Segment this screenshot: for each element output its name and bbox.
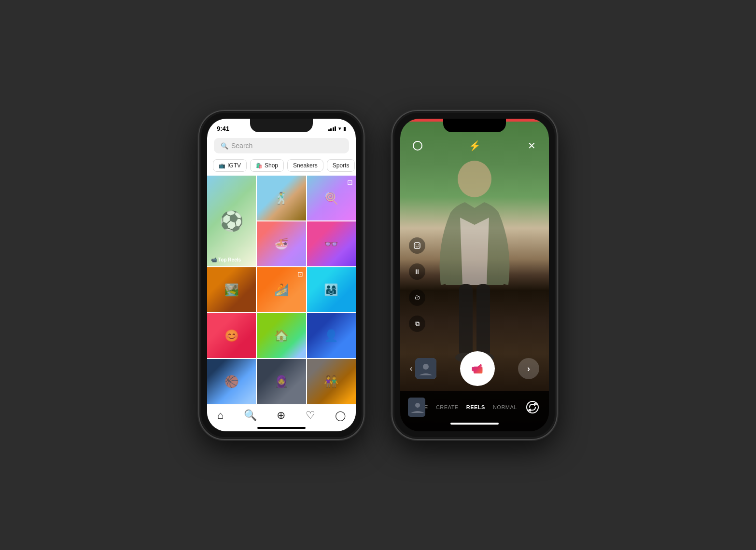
category-igtv[interactable]: 📺 IGTV <box>213 159 247 172</box>
cell-content: 🕺 <box>257 176 306 220</box>
cell-content: 🏞️ <box>207 267 256 312</box>
search-bar[interactable]: 🔍 Search <box>214 138 349 153</box>
cell-content: 👨‍👩‍👧 <box>307 267 356 312</box>
next-button[interactable]: › <box>518 358 539 379</box>
svg-point-8 <box>418 245 419 246</box>
grid-cell-friends[interactable]: 😊 <box>207 313 256 358</box>
camera-left-tools: ⏸ ⏱ ⧉ <box>409 237 425 332</box>
igtv-label: IGTV <box>227 162 241 169</box>
flip-camera-icon <box>526 400 539 414</box>
category-sports[interactable]: Sports <box>327 159 355 172</box>
grid-cell-house[interactable]: 🏠 <box>257 313 306 358</box>
mode-reels[interactable]: REELS <box>466 404 485 410</box>
grid-cell-shadows[interactable]: 🏀 <box>207 359 256 404</box>
add-nav-icon[interactable]: ⊕ <box>277 409 285 422</box>
notch <box>250 119 313 132</box>
gallery-area: ‹ <box>410 358 436 379</box>
status-time: 9:41 <box>217 125 229 132</box>
cell-content: ⚽ <box>207 176 256 266</box>
back-chevron[interactable]: ‹ <box>410 364 412 373</box>
home-indicator <box>257 427 306 429</box>
mode-normal[interactable]: NORMAL <box>493 404 517 410</box>
layout-btn[interactable]: ⧉ <box>409 316 425 332</box>
mode-selector: VE CREATE REELS NORMAL B <box>400 391 549 431</box>
phone-screen: 9:41 ▾ ▮ <box>207 119 356 431</box>
camera-mode-icon <box>412 140 423 151</box>
mode-live[interactable]: VE <box>425 404 428 410</box>
explore-screen: 9:41 ▾ ▮ <box>207 119 356 431</box>
wifi-icon: ▾ <box>338 126 341 131</box>
next-area: › <box>518 358 539 379</box>
mode-bottom-row: VE CREATE REELS NORMAL B <box>400 396 549 421</box>
grid-cell-surfer[interactable]: 🏄 ⊡ <box>257 267 306 312</box>
mode-create[interactable]: CREATE <box>436 404 459 410</box>
grid-cell-dance[interactable]: 🕺 <box>257 176 306 220</box>
sports-label: Sports <box>333 162 350 169</box>
categories-row: 📺 IGTV 🛍️ Shop Sneakers Sports <box>207 157 356 176</box>
phones-container: 9:41 ▾ ▮ <box>199 111 557 439</box>
svg-rect-2 <box>476 284 490 357</box>
gallery-thumbnail[interactable] <box>415 358 436 379</box>
top-reels-text: Top Reels <box>218 257 241 262</box>
mode-row: VE CREATE REELS NORMAL B <box>425 404 523 410</box>
grid-cell-fashion[interactable]: 👓 <box>307 221 356 266</box>
search-icon: 🔍 <box>221 142 228 150</box>
record-button[interactable]: 📹 <box>460 351 495 386</box>
camera-controls-row: ‹ <box>400 346 549 391</box>
cell-content: 🧕 <box>257 359 306 404</box>
gallery-icon <box>408 398 425 417</box>
grid-cell-family[interactable]: 👨‍👩‍👧 <box>307 267 356 312</box>
shop-label: Shop <box>265 162 278 169</box>
cell-content: 👫 <box>307 359 356 404</box>
igtv-icon: 📺 <box>219 163 225 169</box>
cell-content: 👓 <box>307 221 356 266</box>
reel-badge: ⊡ <box>347 179 353 186</box>
gallery-thumb-icon <box>415 358 436 379</box>
status-icons: ▾ ▮ <box>328 126 347 131</box>
grid-cell-hijab[interactable]: 🧕 <box>257 359 306 404</box>
svg-point-12 <box>415 403 420 408</box>
flash-btn[interactable]: ⚡ <box>467 138 482 153</box>
svg-rect-6 <box>414 243 420 248</box>
grid-cell-food[interactable]: 🍜 <box>257 221 306 266</box>
cell-content: 🍜 <box>257 221 306 266</box>
pause-btn[interactable]: ⏸ <box>409 263 425 280</box>
gallery-left-thumb[interactable] <box>408 398 425 417</box>
video-icon: 📹 <box>211 257 217 262</box>
phone-inner: 9:41 ▾ ▮ <box>201 113 362 437</box>
top-reels-label: 📹 Top Reels <box>211 257 241 262</box>
category-shop[interactable]: 🛍️ Shop <box>250 159 284 172</box>
profile-nav-icon[interactable]: ◯ <box>335 410 346 421</box>
search-placeholder: Search <box>231 142 252 150</box>
search-nav-icon[interactable]: 🔍 <box>244 409 257 422</box>
flip-camera-btn[interactable] <box>524 398 541 417</box>
svg-rect-1 <box>459 284 473 357</box>
category-sneakers[interactable]: Sneakers <box>287 159 323 172</box>
next-icon: › <box>527 364 530 374</box>
camera-bottom: ‹ <box>400 346 549 431</box>
record-btn-inner: 📹 <box>463 355 491 383</box>
heart-nav-icon[interactable]: ♡ <box>306 409 315 422</box>
grid-cell-group[interactable]: 👫 <box>307 359 356 404</box>
circle-btn[interactable] <box>410 138 425 153</box>
home-nav-icon[interactable]: ⌂ <box>217 409 224 422</box>
svg-point-10 <box>423 364 429 370</box>
cell-content: 🏠 <box>257 313 306 358</box>
grid-cell-lollipop[interactable]: 🍭 ⊡ <box>307 176 356 220</box>
reel-badge: ⊡ <box>297 270 303 278</box>
svg-point-5 <box>413 141 422 150</box>
face-filter-btn[interactable] <box>409 237 425 254</box>
cell-content: 😊 <box>207 313 256 358</box>
camera-screen: ⚡ ✕ <box>400 119 549 431</box>
explore-grid: ⚽ 📹 Top Reels 🕺 <box>207 176 356 404</box>
grid-cell-outdoor[interactable]: 🏞️ <box>207 267 256 312</box>
phone-inner-2: ⚡ ✕ <box>394 113 555 437</box>
battery-icon: ▮ <box>343 126 346 131</box>
grid-cell-person[interactable]: 👤 <box>307 313 356 358</box>
notch-2 <box>443 119 506 132</box>
grid-cell-top-reels[interactable]: ⚽ 📹 Top Reels <box>207 176 256 266</box>
close-btn[interactable]: ✕ <box>524 138 539 153</box>
phone-camera: ⚡ ✕ <box>392 111 557 439</box>
timer-btn[interactable]: ⏱ <box>409 289 425 306</box>
record-icon: 📹 <box>471 363 483 374</box>
